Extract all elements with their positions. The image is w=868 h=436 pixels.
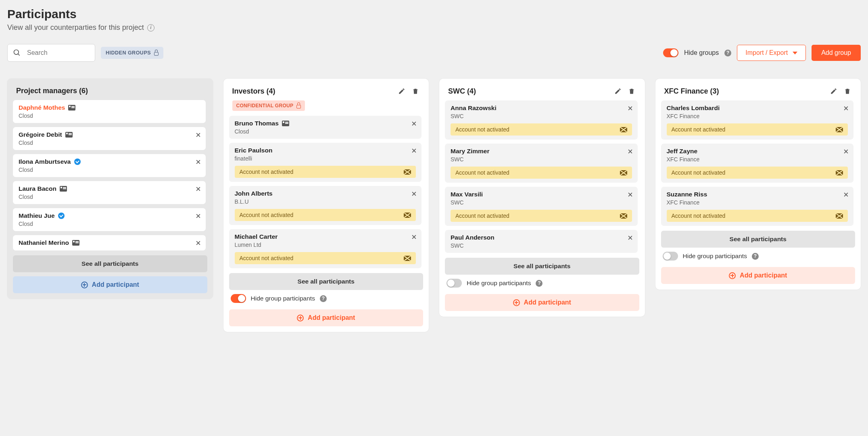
member-name: Mathieu Jue — [19, 212, 200, 219]
member-card[interactable]: Jeff ZayneXFC FinanceAccount not activat… — [661, 144, 854, 183]
member-card[interactable]: Anna RazowskiSWCAccount not activated — [445, 100, 638, 140]
id-card-icon — [72, 240, 79, 246]
member-name: Eric Paulson — [235, 147, 416, 154]
info-icon[interactable]: i — [147, 24, 154, 31]
member-org: SWC — [451, 242, 632, 249]
delete-group-button[interactable] — [411, 87, 420, 96]
page-title: Participants — [7, 7, 861, 21]
help-icon[interactable]: ? — [536, 280, 542, 287]
hide-groups-label: Hide groups — [684, 49, 719, 56]
hidden-groups-chip[interactable]: HIDDEN GROUPS — [101, 47, 163, 59]
member-name: Michael Carter — [235, 233, 416, 240]
member-card[interactable]: Mathieu JueClosd — [13, 208, 206, 231]
plus-circle-icon — [513, 299, 520, 306]
remove-member-button[interactable] — [628, 105, 633, 112]
member-card[interactable]: Laura BaconClosd — [13, 181, 206, 204]
member-list[interactable]: Daphné MothesClosdGrégoire DebitClosdIlo… — [13, 100, 207, 250]
remove-member-button[interactable] — [843, 105, 849, 112]
plus-circle-icon — [297, 315, 304, 321]
remove-member-button[interactable] — [628, 235, 633, 242]
add-group-button[interactable]: Add group — [812, 45, 861, 61]
see-all-button[interactable]: See all participants — [13, 255, 207, 272]
hide-group-toggle[interactable] — [447, 279, 462, 288]
see-all-button[interactable]: See all participants — [661, 231, 855, 248]
edit-group-button[interactable] — [397, 87, 406, 96]
member-card[interactable]: Grégoire DebitClosd — [13, 127, 206, 150]
svg-line-1 — [18, 54, 20, 56]
member-name: Nathaniel Merino — [19, 239, 200, 246]
remove-member-button[interactable] — [628, 192, 633, 198]
delete-group-button[interactable] — [627, 87, 636, 96]
member-org: Closd — [19, 221, 200, 227]
envelope-icon[interactable] — [404, 256, 411, 261]
remove-member-button[interactable] — [843, 192, 849, 198]
member-name: Suzanne Riss — [667, 191, 848, 198]
member-card[interactable]: Max VarsiliSWCAccount not activated — [445, 187, 638, 226]
delete-group-button[interactable] — [843, 87, 852, 96]
envelope-icon[interactable] — [836, 170, 843, 175]
envelope-icon[interactable] — [620, 127, 627, 132]
member-card[interactable]: Mary ZimmerSWCAccount not activated — [445, 144, 638, 183]
envelope-icon[interactable] — [404, 213, 411, 218]
edit-group-button[interactable] — [613, 87, 622, 96]
lock-icon — [296, 105, 301, 108]
remove-member-button[interactable] — [411, 148, 417, 154]
member-card[interactable]: Nathaniel Merino — [13, 235, 206, 250]
see-all-button[interactable]: See all participants — [229, 273, 424, 290]
edit-group-button[interactable] — [829, 87, 838, 96]
remove-member-button[interactable] — [628, 148, 633, 155]
help-icon[interactable]: ? — [320, 295, 327, 302]
remove-member-button[interactable] — [196, 132, 201, 139]
import-export-button[interactable]: Import / Export — [737, 45, 806, 61]
remove-member-button[interactable] — [411, 191, 417, 198]
hide-group-toggle[interactable] — [663, 252, 678, 261]
member-card[interactable]: Michael CarterLumen LtdAccount not activ… — [229, 229, 422, 268]
import-export-label: Import / Export — [745, 49, 788, 56]
remove-member-button[interactable] — [196, 159, 201, 166]
member-card[interactable]: Eric PaulsonfinatelliAccount not activat… — [229, 143, 422, 182]
see-all-button[interactable]: See all participants — [445, 258, 639, 275]
envelope-icon[interactable] — [620, 213, 627, 219]
hide-group-toggle[interactable] — [231, 294, 246, 303]
member-org: XFC Finance — [667, 113, 848, 119]
member-list[interactable]: Anna RazowskiSWCAccount not activatedMar… — [445, 100, 639, 253]
envelope-icon[interactable] — [836, 213, 843, 219]
not-activated-badge: Account not activated — [667, 167, 848, 179]
verified-icon — [58, 213, 65, 219]
member-card[interactable]: Ilona AmburtsevaClosd — [13, 154, 206, 177]
member-name: Bruno Thomas — [235, 120, 416, 127]
member-card[interactable]: John AlbertsB.L.UAccount not activated — [229, 186, 422, 225]
member-card[interactable]: Suzanne RissXFC FinanceAccount not activ… — [661, 187, 854, 226]
member-org: Closd — [19, 140, 200, 146]
envelope-icon[interactable] — [836, 127, 843, 132]
envelope-icon[interactable] — [620, 170, 627, 175]
member-name: Laura Bacon — [19, 185, 200, 192]
help-icon[interactable]: ? — [752, 253, 759, 260]
help-icon[interactable]: ? — [724, 50, 731, 56]
remove-member-button[interactable] — [411, 234, 417, 241]
envelope-icon[interactable] — [404, 169, 411, 175]
member-card[interactable]: Paul AndersonSWC — [445, 230, 638, 253]
member-list[interactable]: Bruno ThomasClosdEric PaulsonfinatelliAc… — [229, 116, 424, 268]
remove-member-button[interactable] — [411, 121, 417, 127]
remove-member-button[interactable] — [196, 240, 201, 247]
remove-member-button[interactable] — [843, 148, 849, 155]
add-participant-button[interactable]: Add participant — [445, 294, 639, 311]
member-card[interactable]: Daphné MothesClosd — [13, 100, 206, 123]
member-card[interactable]: Bruno ThomasClosd — [229, 116, 422, 139]
add-participant-button[interactable]: Add participant — [661, 267, 855, 284]
member-org: Lumen Ltd — [235, 242, 416, 248]
not-activated-badge: Account not activated — [235, 166, 416, 178]
member-org: B.L.U — [235, 198, 416, 205]
chevron-down-icon — [793, 52, 797, 54]
add-participant-button[interactable]: Add participant — [13, 276, 207, 293]
hide-group-label: Hide group participants — [683, 252, 747, 260]
plus-circle-icon — [81, 282, 88, 288]
member-list[interactable]: Charles LombardiXFC FinanceAccount not a… — [661, 100, 855, 226]
remove-member-button[interactable] — [196, 213, 201, 220]
hide-groups-toggle[interactable] — [663, 48, 678, 57]
member-org: SWC — [451, 156, 632, 163]
remove-member-button[interactable] — [196, 186, 201, 193]
member-card[interactable]: Charles LombardiXFC FinanceAccount not a… — [661, 100, 854, 140]
add-participant-button[interactable]: Add participant — [229, 309, 424, 326]
